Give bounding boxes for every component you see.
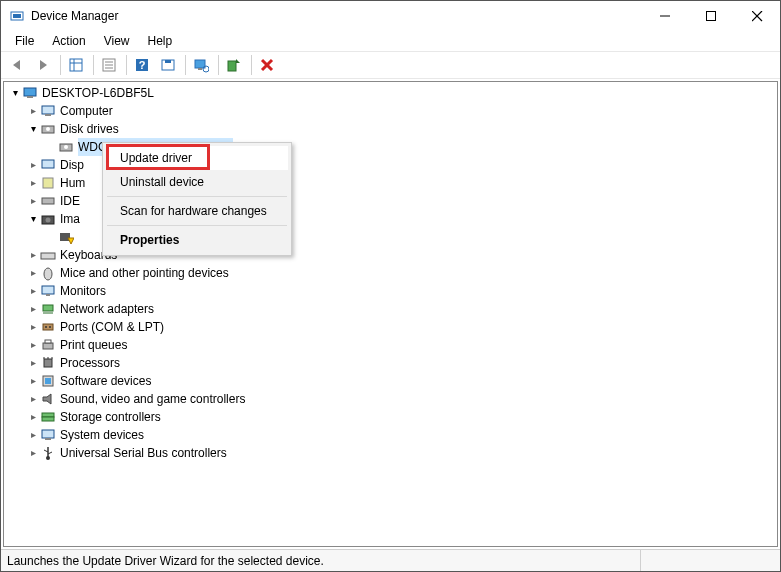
titlebar: Device Manager [1, 1, 780, 31]
svg-rect-26 [45, 114, 51, 116]
tree-node-mice[interactable]: ▸ Mice and other pointing devices [8, 264, 777, 282]
tree-root-label: DESKTOP-L6DBF5L [42, 84, 154, 102]
menu-view[interactable]: View [96, 32, 138, 50]
expand-icon[interactable]: ▸ [26, 354, 40, 372]
svg-point-46 [49, 326, 51, 328]
menu-action[interactable]: Action [44, 32, 93, 50]
close-button[interactable] [734, 1, 780, 31]
show-hidden-button[interactable] [64, 53, 88, 77]
mouse-icon [40, 265, 56, 281]
minimize-button[interactable] [642, 1, 688, 31]
camera-icon [40, 211, 56, 227]
expand-icon[interactable]: ▸ [26, 102, 40, 120]
maximize-button[interactable] [688, 1, 734, 31]
svg-point-30 [64, 145, 68, 149]
computer-icon [40, 103, 56, 119]
node-label: Mice and other pointing devices [60, 264, 229, 282]
svg-rect-57 [42, 417, 54, 421]
back-button[interactable] [5, 53, 29, 77]
tree-node-print-queues[interactable]: ▸ Print queues [8, 336, 777, 354]
storage-icon [40, 409, 56, 425]
tree-node-monitors[interactable]: ▸ Monitors [8, 282, 777, 300]
ctx-properties[interactable]: Properties [106, 228, 288, 252]
port-icon [40, 319, 56, 335]
properties-button[interactable] [97, 53, 121, 77]
sound-icon [40, 391, 56, 407]
expand-icon[interactable]: ▸ [26, 246, 40, 264]
expand-icon[interactable]: ▸ [26, 156, 40, 174]
expand-icon[interactable]: ▸ [26, 444, 40, 462]
collapse-icon[interactable]: ▾ [26, 120, 40, 138]
svg-rect-23 [24, 88, 36, 96]
update-driver-button[interactable] [156, 53, 180, 77]
svg-rect-25 [42, 106, 54, 114]
expand-icon[interactable]: ▸ [26, 174, 40, 192]
tree-node-ports[interactable]: ▸ Ports (COM & LPT) [8, 318, 777, 336]
help-button[interactable]: ? [130, 53, 154, 77]
ctx-uninstall-device[interactable]: Uninstall device [106, 170, 288, 194]
expand-icon[interactable]: ▸ [26, 192, 40, 210]
tree-node-usb[interactable]: ▸ Universal Serial Bus controllers [8, 444, 777, 462]
monitor-icon [40, 283, 56, 299]
menu-file[interactable]: File [7, 32, 42, 50]
expand-icon[interactable]: ▸ [26, 336, 40, 354]
uninstall-button[interactable] [255, 53, 279, 77]
svg-rect-3 [707, 12, 716, 21]
node-label: Sound, video and game controllers [60, 390, 245, 408]
tree-node-storage[interactable]: ▸ Storage controllers [8, 408, 777, 426]
expand-icon[interactable]: ▸ [26, 408, 40, 426]
node-label: Print queues [60, 336, 127, 354]
svg-point-28 [46, 127, 50, 131]
svg-rect-20 [228, 61, 236, 71]
svg-rect-59 [45, 438, 51, 440]
svg-rect-32 [43, 178, 53, 188]
expand-icon[interactable]: ▾ [8, 84, 22, 102]
svg-rect-56 [42, 413, 54, 417]
ctx-scan-hardware[interactable]: Scan for hardware changes [106, 199, 288, 223]
expand-icon[interactable]: ▸ [26, 282, 40, 300]
computer-icon [22, 85, 38, 101]
tree-node-system[interactable]: ▸ System devices [8, 426, 777, 444]
menubar: File Action View Help [1, 31, 780, 51]
separator [107, 225, 287, 226]
device-manager-window: Device Manager File Action View Help ? [0, 0, 781, 572]
scan-hardware-button-2[interactable] [222, 53, 246, 77]
ctx-update-driver[interactable]: Update driver [106, 146, 288, 170]
node-label: Software devices [60, 372, 151, 390]
svg-rect-54 [45, 378, 51, 384]
expand-icon[interactable]: ▸ [26, 372, 40, 390]
node-label: Computer [60, 102, 113, 120]
node-label: Processors [60, 354, 120, 372]
svg-marker-55 [43, 394, 51, 404]
svg-rect-49 [44, 359, 52, 367]
svg-point-61 [46, 456, 50, 460]
keyboard-icon [40, 247, 56, 263]
expand-icon[interactable]: ▸ [26, 300, 40, 318]
network-icon [40, 301, 56, 317]
svg-rect-31 [42, 160, 54, 168]
tree-node-disk-drives[interactable]: ▾ Disk drives [8, 120, 777, 138]
svg-rect-16 [165, 60, 171, 63]
tree-node-network[interactable]: ▸ Network adapters [8, 300, 777, 318]
expand-icon[interactable]: ▸ [26, 390, 40, 408]
tree-root[interactable]: ▾ DESKTOP-L6DBF5L [8, 84, 777, 102]
window-title: Device Manager [31, 9, 642, 23]
node-label: Monitors [60, 282, 106, 300]
tree-node-processors[interactable]: ▸ Processors [8, 354, 777, 372]
display-icon [40, 157, 56, 173]
statusbar-text: Launches the Update Driver Wizard for th… [7, 554, 640, 568]
statusbar-pane [640, 550, 780, 571]
svg-rect-18 [198, 68, 202, 70]
expand-icon[interactable]: ▸ [26, 318, 40, 336]
node-label: Ima [60, 210, 80, 228]
scan-hardware-button-1[interactable] [189, 53, 213, 77]
forward-button[interactable] [31, 53, 55, 77]
tree-node-software[interactable]: ▸ Software devices [8, 372, 777, 390]
collapse-icon[interactable]: ▾ [26, 210, 40, 228]
menu-help[interactable]: Help [140, 32, 181, 50]
expand-icon[interactable]: ▸ [26, 264, 40, 282]
tree-node-sound[interactable]: ▸ Sound, video and game controllers [8, 390, 777, 408]
node-label: Ports (COM & LPT) [60, 318, 164, 336]
expand-icon[interactable]: ▸ [26, 426, 40, 444]
tree-node-computer[interactable]: ▸ Computer [8, 102, 777, 120]
